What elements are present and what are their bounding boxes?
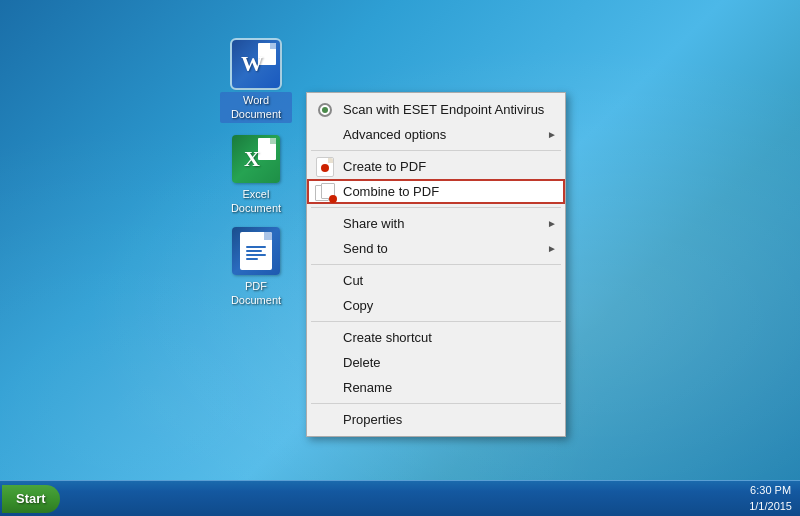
menu-item-properties[interactable]: Properties bbox=[307, 407, 565, 432]
taskbar-right: 6:30 PM 1/1/2015 bbox=[749, 483, 800, 514]
separator-3 bbox=[311, 264, 561, 265]
menu-item-create-pdf-label: Create to PDF bbox=[343, 159, 426, 174]
menu-item-send-to-label: Send to bbox=[343, 241, 388, 256]
menu-item-properties-label: Properties bbox=[343, 412, 402, 427]
excel-document-icon[interactable]: X ExcelDocument bbox=[220, 135, 292, 216]
clock: 6:30 PM 1/1/2015 bbox=[749, 483, 792, 514]
separator-5 bbox=[311, 403, 561, 404]
menu-item-combine-pdf-label: Combine to PDF bbox=[343, 184, 439, 199]
word-w-letter: W bbox=[241, 51, 263, 77]
menu-item-share[interactable]: Share with ► bbox=[307, 211, 565, 236]
clock-time: 6:30 PM bbox=[749, 483, 792, 498]
separator-4 bbox=[311, 321, 561, 322]
start-button-label: Start bbox=[16, 491, 46, 506]
separator-2 bbox=[311, 207, 561, 208]
excel-x-letter: X bbox=[244, 146, 260, 172]
pdf-icon-inner bbox=[240, 232, 272, 270]
taskbar: Start 6:30 PM 1/1/2015 bbox=[0, 480, 800, 516]
menu-item-create-shortcut-label: Create shortcut bbox=[343, 330, 432, 345]
menu-item-advanced[interactable]: Advanced options ► bbox=[307, 122, 565, 147]
start-button[interactable]: Start bbox=[2, 485, 60, 513]
pdf-line-1 bbox=[246, 246, 266, 248]
context-menu: Scan with ESET Endpoint Antivirus Advanc… bbox=[306, 92, 566, 437]
menu-item-scan-label: Scan with ESET Endpoint Antivirus bbox=[343, 102, 544, 117]
send-to-submenu-arrow: ► bbox=[547, 243, 557, 254]
menu-item-delete[interactable]: Delete bbox=[307, 350, 565, 375]
pdf-document-icon[interactable]: PDFDocument bbox=[220, 227, 292, 308]
separator-1 bbox=[311, 150, 561, 151]
menu-item-advanced-label: Advanced options bbox=[343, 127, 446, 142]
word-icon-label: Word Document bbox=[220, 92, 292, 123]
menu-item-create-pdf[interactable]: Create to PDF bbox=[307, 154, 565, 179]
share-submenu-arrow: ► bbox=[547, 218, 557, 229]
menu-item-cut[interactable]: Cut bbox=[307, 268, 565, 293]
pdf-icon-label: PDFDocument bbox=[231, 279, 281, 308]
menu-item-create-shortcut[interactable]: Create shortcut bbox=[307, 325, 565, 350]
menu-item-rename-label: Rename bbox=[343, 380, 392, 395]
menu-item-scan[interactable]: Scan with ESET Endpoint Antivirus bbox=[307, 97, 565, 122]
advanced-submenu-arrow: ► bbox=[547, 129, 557, 140]
menu-item-rename[interactable]: Rename bbox=[307, 375, 565, 400]
pdf-line-2 bbox=[246, 250, 262, 252]
menu-item-send-to[interactable]: Send to ► bbox=[307, 236, 565, 261]
pdf-line-3 bbox=[246, 254, 266, 256]
menu-item-cut-label: Cut bbox=[343, 273, 363, 288]
combine-pdf-icon bbox=[315, 182, 335, 202]
create-pdf-icon bbox=[315, 157, 335, 177]
menu-item-copy[interactable]: Copy bbox=[307, 293, 565, 318]
clock-date: 1/1/2015 bbox=[749, 499, 792, 514]
excel-icon-label: ExcelDocument bbox=[231, 187, 281, 216]
eset-icon bbox=[315, 100, 335, 120]
desktop-icons: W Word Document X ExcelDocument bbox=[220, 40, 292, 308]
menu-item-copy-label: Copy bbox=[343, 298, 373, 313]
menu-item-share-label: Share with bbox=[343, 216, 404, 231]
word-document-icon[interactable]: W Word Document bbox=[220, 40, 292, 123]
pdf-lines bbox=[242, 238, 270, 264]
excel-paper-decoration bbox=[258, 138, 276, 160]
menu-item-combine-pdf[interactable]: Combine to PDF bbox=[307, 179, 565, 204]
menu-item-delete-label: Delete bbox=[343, 355, 381, 370]
pdf-line-4 bbox=[246, 258, 258, 260]
